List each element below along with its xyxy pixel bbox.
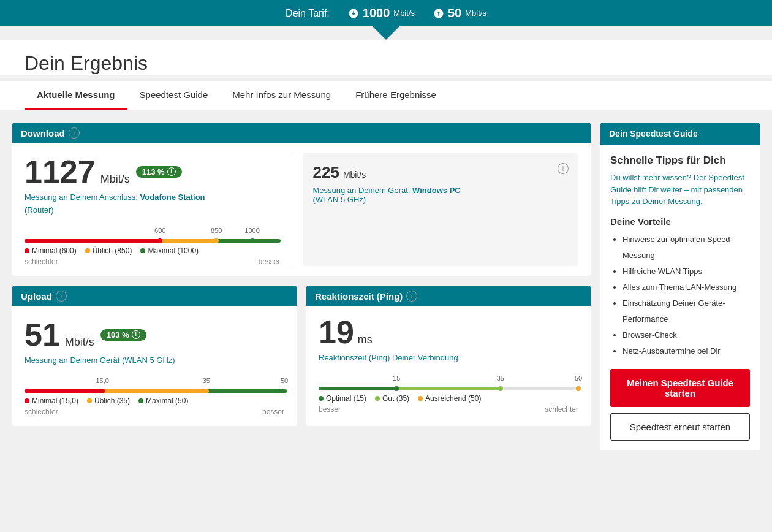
guide-title: Schnelle Tipps für Dich	[610, 154, 750, 167]
tab-speedtest-guide[interactable]: Speedtest Guide	[127, 81, 221, 110]
upload-info-icon[interactable]: i	[56, 291, 67, 302]
upload-dot-red	[100, 389, 105, 393]
tabs-bar: Aktuelle Messung Speedtest Guide Mehr In…	[0, 81, 772, 110]
download-device-name: Vodafone Station	[140, 192, 205, 202]
ping-legend-ausreichend-label: Ausreichend (50)	[425, 394, 481, 403]
ping-bar-markers: 15 35 50	[319, 374, 578, 386]
download-legend: Minimal (600) Üblich (850) Maximal (1000…	[25, 246, 281, 255]
download-bar-green	[216, 239, 280, 243]
ping-legend-gut-label: Gut (35)	[382, 394, 409, 403]
upload-value: 51	[25, 319, 60, 351]
legend-ublich-label: Üblich (850)	[93, 246, 132, 255]
upload-big-number: 51 Mbit/s	[25, 319, 94, 351]
download-inner: 1127 Mbit/s 113 % i Messung an Deinem An…	[25, 153, 578, 266]
ping-bar-container: 15 35 50	[319, 374, 578, 390]
device-speed-col: 225 Mbit/s Messung an Deinem Gerät: Wind…	[313, 163, 461, 204]
guide-section-title: Deine Vorteile	[610, 216, 750, 227]
upload-legend-maximal-label: Maximal (50)	[146, 397, 188, 405]
download-dot-yellow	[214, 238, 219, 243]
legend-maximal: Maximal (1000)	[140, 246, 199, 255]
upload-dot-yellow-legend	[87, 398, 92, 403]
device-line1: Messung an Deinem Gerät:	[313, 186, 411, 195]
ping-card-body: 19 ms Reaktionszeit (Ping) Deiner Verbin…	[306, 306, 591, 424]
speedtest-restart-button[interactable]: Speedtest erneut starten	[610, 413, 750, 441]
tab-fruehere-ergebnisse[interactable]: Frühere Ergebnisse	[343, 81, 448, 110]
legend-maximal-label: Maximal (1000)	[148, 246, 199, 255]
download-info-icon[interactable]: i	[69, 127, 80, 139]
guide-list-item-1: Hilfreiche WLAN Tipps	[623, 264, 750, 279]
guide-list-item-5: Netz-Ausbautermine bei Dir	[623, 343, 750, 359]
legend-minimal: Minimal (600)	[25, 246, 77, 255]
download-dot-red	[157, 238, 162, 243]
download-measurement-text: Messung an Deinem Anschluss:	[25, 192, 138, 202]
upload-better-label: besser	[262, 408, 284, 416]
legend-minimal-label: Minimal (600)	[32, 246, 77, 255]
guide-list: Hinweise zur optimalen Speed-Messung Hil…	[610, 232, 750, 359]
tarif-label: Dein Tarif:	[286, 8, 330, 19]
download-card: Download i 1127 Mbit/s 113 % i	[12, 123, 591, 276]
ping-card: Reaktionszeit (Ping) i 19 ms Reaktionsze…	[306, 286, 591, 426]
upload-unit: Mbit/s	[65, 336, 94, 348]
device-speed-value: 225	[313, 163, 339, 182]
ping-bar-track	[319, 387, 578, 390]
ping-dot-yellow-legend	[418, 396, 423, 401]
download-speed-group: 1000 Mbit/s	[348, 6, 415, 20]
ping-better-label: besser	[319, 405, 341, 414]
upload-bar-label-row: schlechter besser	[25, 408, 284, 416]
download-value: 1127	[25, 156, 96, 188]
device-measurement-line: Messung an Deinem Gerät: Windows PC	[313, 186, 461, 195]
ping-dot-green-legend	[319, 396, 324, 401]
ping-bar-green	[319, 387, 396, 390]
ping-marker-35: 35	[497, 374, 504, 382]
guide-card-header: Dein Speedtest Guide	[600, 123, 760, 145]
legend-dot-yellow	[85, 248, 90, 253]
download-speed-unit: Mbit/s	[393, 9, 415, 18]
ping-legend: Optimal (15) Gut (35) Ausreichend (50)	[319, 394, 578, 403]
upload-dot-green-legend	[138, 398, 143, 403]
upload-legend: Minimal (15,0) Üblich (35) Maximal (50)	[25, 397, 284, 405]
download-better-label: besser	[258, 257, 280, 266]
upload-bar-yellow	[102, 389, 206, 393]
upload-speed-value: 50	[448, 6, 461, 20]
ping-legend-ausreichend: Ausreichend (50)	[418, 394, 481, 403]
device-name: Windows PC	[412, 186, 461, 195]
device-info-icon[interactable]: i	[558, 163, 569, 174]
upload-dot-red-legend	[25, 398, 29, 403]
download-percent-info-icon[interactable]: i	[167, 167, 176, 176]
ping-legend-gut: Gut (35)	[375, 394, 409, 403]
guide-card-body: Schnelle Tipps für Dich Du willst mehr w…	[600, 145, 760, 450]
upload-percent-info-icon[interactable]: i	[132, 330, 140, 339]
ping-dot-lightgreen-legend	[375, 396, 380, 401]
ping-unit: ms	[358, 334, 373, 345]
ping-legend-optimal: Optimal (15)	[319, 394, 366, 403]
ping-big-number: 19 ms	[319, 316, 578, 348]
download-bar-track	[25, 239, 281, 243]
upload-speed-unit: Mbit/s	[465, 9, 486, 18]
ping-info-icon[interactable]: i	[406, 291, 417, 302]
upload-marker-50: 50	[281, 377, 288, 384]
upload-worse-label: schlechter	[25, 408, 58, 416]
ping-bar-label-row: besser schlechter	[319, 405, 578, 414]
device-speed: 225 Mbit/s	[313, 163, 461, 182]
download-bar-markers: 600 850 1000	[25, 227, 281, 238]
tab-aktuelle-messung[interactable]: Aktuelle Messung	[25, 81, 127, 110]
tab-mehr-infos[interactable]: Mehr Infos zur Messung	[220, 81, 343, 110]
ping-value: 19	[319, 316, 354, 348]
download-header-label: Download	[21, 128, 65, 139]
ping-marker-15: 15	[393, 374, 400, 382]
download-marker-850: 850	[211, 227, 222, 234]
left-column: Download i 1127 Mbit/s 113 % i	[12, 123, 591, 466]
download-card-body: 1127 Mbit/s 113 % i Messung an Deinem An…	[12, 143, 591, 276]
ping-legend-optimal-label: Optimal (15)	[326, 394, 366, 403]
guide-description: Du willst mehr wissen? Der Speedtest Gui…	[610, 172, 750, 208]
ping-card-header: Reaktionszeit (Ping) i	[306, 286, 591, 306]
upload-card-header: Upload i	[12, 286, 297, 306]
download-dot-green	[250, 238, 255, 243]
upload-legend-ublich-label: Üblich (35)	[94, 397, 130, 405]
guide-start-button[interactable]: Meinen Speedtest Guide starten	[610, 369, 750, 407]
upload-marker-15: 15,0	[96, 377, 108, 384]
download-main: 1127 Mbit/s 113 % i Messung an Deinem An…	[25, 153, 293, 266]
guide-list-item-2: Alles zum Thema LAN-Messung	[623, 279, 750, 295]
upload-dot-green	[282, 389, 287, 393]
upload-bar-markers: 15,0 35 50	[25, 377, 284, 388]
